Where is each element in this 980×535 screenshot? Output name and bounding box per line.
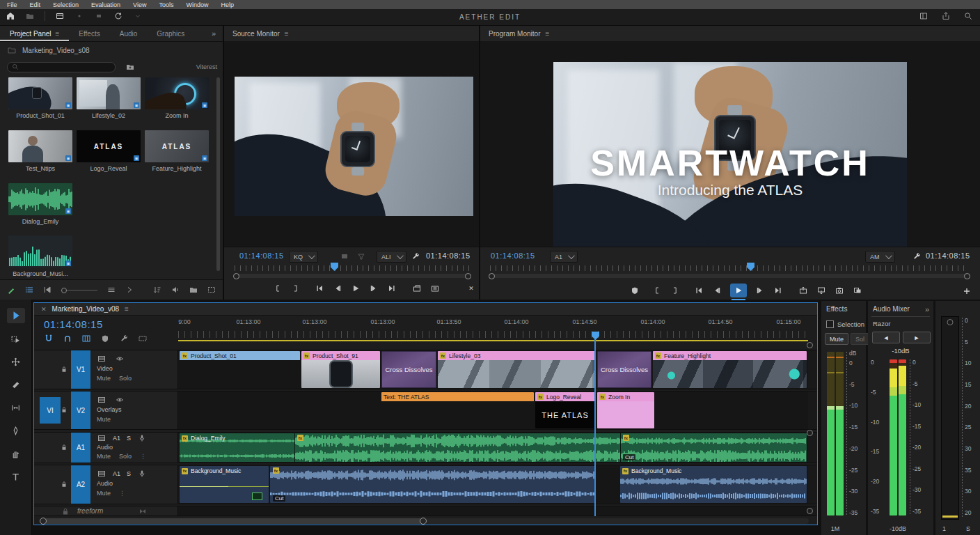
menu-item-tools[interactable]: Tools [159,1,173,8]
track-a1-header[interactable]: A1 A1 S Audio MuteSolo⋮ [34,433,178,463]
mute-button[interactable]: Mute [97,373,111,383]
source-resolution-select[interactable]: ALI [377,251,406,263]
filter-icon[interactable] [356,251,366,261]
menu-item-view[interactable]: View [133,1,146,8]
solo-channel-label[interactable]: S [127,434,131,443]
timeline-ruler[interactable]: 9:0001:13:0001:13:0001:13:0001:13:5001:1… [34,318,817,328]
lock-icon[interactable] [61,406,68,414]
edit-pen-icon[interactable] [7,285,15,295]
program-scrollbar[interactable] [490,274,969,278]
mark-out-icon[interactable] [291,284,301,293]
project-item[interactable]: ATLAS▣Logo_Reveal [77,130,141,172]
track-visibility-eye-icon[interactable] [115,354,125,364]
channel-label[interactable]: A1 [113,469,120,479]
timeline-playhead[interactable] [592,332,599,340]
program-zoom-select[interactable]: A1 [550,251,578,263]
project-item[interactable]: ▣Lifestyle_02 [77,77,141,119]
video-clip[interactable]: fxProduct_Shot_91 [301,351,380,388]
go-to-in-icon[interactable] [315,284,324,293]
lift-icon[interactable] [798,286,808,295]
more-options-icon[interactable]: ⋮ [119,488,125,498]
export-icon[interactable] [941,11,951,21]
mark-out-icon[interactable] [670,286,680,295]
project-item-thumbnail[interactable]: ▣ [8,130,72,162]
menu-item-window[interactable]: Window [186,1,208,8]
ripple-edit-tool[interactable] [7,354,25,369]
menu-item-evaluation[interactable]: Evaluation [91,1,120,8]
snap-magnet-icon[interactable] [44,334,54,343]
track-a2-content[interactable]: fxBackground_MusicfxCutfxBackground_Musi… [178,465,808,504]
lock-icon[interactable] [61,366,68,374]
source-zoom-select[interactable]: KQ [289,251,318,263]
settings-wrench-icon[interactable] [912,251,922,261]
mute-button[interactable]: Mute [825,333,848,345]
panel-menu-icon[interactable]: ≡ [125,305,129,313]
timeline-display-settings-icon[interactable] [138,334,148,343]
step-back-icon[interactable] [712,286,722,295]
lock-icon[interactable] [61,481,68,489]
timeline-view-icon[interactable] [97,354,106,364]
timeline-tab[interactable]: ✕ Marketing_Video_v08 ≡ [34,303,817,316]
program-resolution-select[interactable]: AM [865,251,895,263]
panel-menu-icon[interactable]: ≡ [545,30,549,38]
track-v2-badge[interactable]: V2 [71,391,90,429]
project-item[interactable]: ▣Background_Musi... [8,235,72,277]
close-small-icon[interactable]: ✕ [466,284,476,293]
new-bin-icon[interactable] [125,62,135,72]
add-button-icon[interactable] [962,286,972,296]
project-item-thumbnail[interactable]: ATLAS▣ [77,130,141,162]
tabs-overflow-icon[interactable]: » [212,29,216,38]
solo-button[interactable]: Solo [119,373,132,383]
icon-view-icon[interactable] [43,285,52,295]
lock-icon[interactable] [61,506,70,516]
menu-item-selection[interactable]: Selection [53,1,79,8]
solo-button[interactable]: Solo [119,452,132,461]
tab-menu-icon[interactable]: ≡ [55,30,59,38]
transition-clip[interactable]: Cross Dissolves [381,351,436,388]
voiceover-mic-icon[interactable] [137,433,147,443]
scroll-handle[interactable] [807,508,813,514]
scroll-handle[interactable] [807,430,813,436]
track-select-tool[interactable] [7,331,25,346]
audio-clip[interactable]: fxDialog_EmilyfxfxCut [180,433,807,462]
project-scrollbar[interactable] [216,77,220,271]
project-item[interactable]: ▣Product_Shot_01 [8,77,72,119]
closed-caption-icon[interactable] [340,251,349,261]
track-v1-header[interactable]: V1 Video MuteSolo [34,350,178,389]
mute-button[interactable]: Mute [97,488,111,498]
volume-rubber-band[interactable] [180,486,269,487]
extract-icon[interactable] [816,286,826,295]
play-button[interactable] [730,284,747,297]
step-back-icon[interactable] [333,284,342,293]
insert-icon[interactable] [412,284,422,293]
play-icon[interactable] [351,284,361,293]
timeline-view-icon[interactable] [97,469,106,479]
project-item[interactable]: ▣Zoom In [145,77,209,119]
video-clip[interactable]: fxLogo_RevealTHE ATLAS [535,392,595,428]
program-timecode[interactable]: 01:14:08:15 [491,251,535,260]
audio-clip[interactable]: fxBackground_Music [180,466,269,503]
track-a2-badge[interactable]: A2 [71,465,90,504]
project-item-thumbnail[interactable]: ▣ [77,77,141,109]
razor-tool[interactable] [7,377,25,392]
pan-right-button[interactable]: ► [903,332,931,343]
timeline-view-icon[interactable] [97,433,106,443]
breadcrumb[interactable]: Marketing_Video_s08 [7,45,90,55]
sort-icon[interactable] [153,285,161,295]
more-options-icon[interactable]: ⋮ [140,452,146,461]
list-view-icon[interactable] [25,285,33,295]
project-item[interactable]: ATLAS▣Feature_Highlight [145,130,209,172]
step-forward-icon[interactable] [369,284,379,293]
menu-item-help[interactable]: Help [221,1,234,8]
track-v1-badge[interactable]: V1 [71,350,90,389]
solo-channel-label[interactable]: S [127,469,131,479]
timeline-settings-wrench-icon[interactable] [119,334,129,343]
track-a2-header[interactable]: A2 A1 S Audio Mute⋮ [34,465,178,504]
menu-item-edit[interactable]: Edit [30,1,41,8]
timeline-view-icon[interactable] [97,395,106,405]
track-a1-content[interactable]: fxDialog_EmilyfxfxCut [178,433,808,463]
project-item-thumbnail[interactable]: ATLAS▣ [145,130,209,162]
audio-volume-icon[interactable] [171,285,180,295]
pen-tool[interactable] [7,423,25,438]
type-tool[interactable] [7,469,25,484]
